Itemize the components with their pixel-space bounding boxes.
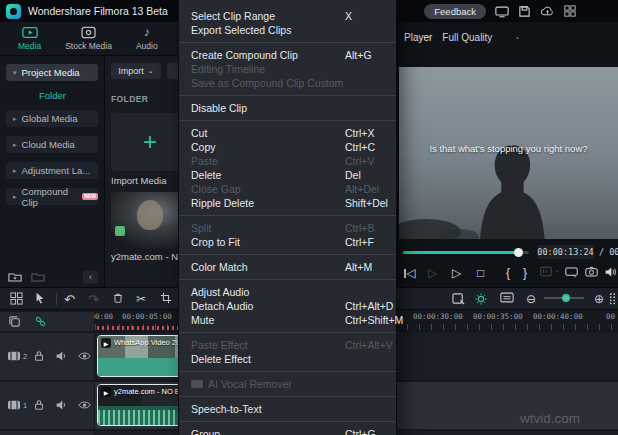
tab-stock-media[interactable]: Stock Media xyxy=(65,26,112,51)
seek-bar[interactable] xyxy=(403,251,529,254)
ruler-label: 00 xyxy=(606,312,615,321)
chevron-down-icon: ⌄ xyxy=(514,33,520,41)
play-reverse-button[interactable]: ▷ xyxy=(428,266,437,280)
previous-frame-button[interactable]: ◁ xyxy=(404,266,416,280)
menu-item-label: Delete Effect xyxy=(191,352,251,366)
menu-item-copy[interactable]: CopyCtrl+C xyxy=(179,140,396,154)
mute-track-icon[interactable] xyxy=(55,399,68,411)
menu-item-adjust-audio[interactable]: Adjust Audio xyxy=(179,285,396,299)
timeline-zoom-slider[interactable] xyxy=(544,297,584,299)
delete-trash-icon[interactable] xyxy=(112,292,124,304)
menu-item-cut[interactable]: CutCtrl+X xyxy=(179,126,396,140)
menu-item-select-clip-range[interactable]: Select Clip RangeX xyxy=(179,9,396,23)
lock-track-icon[interactable] xyxy=(33,399,45,411)
app-title: Wondershare Filmora 13 Beta xyxy=(28,5,168,17)
new-folder-icon[interactable] xyxy=(8,271,22,283)
sidebar-item-global-media[interactable]: ▸ Global Media xyxy=(6,110,98,127)
cloud-upload-icon[interactable] xyxy=(540,5,555,17)
display-mode-icon[interactable] xyxy=(495,5,509,18)
caret-right-icon: ▸ xyxy=(13,167,17,175)
menu-item-close-gap[interactable]: Close GapAlt+Del xyxy=(179,182,396,196)
play-button[interactable]: ▷ xyxy=(452,266,461,280)
menu-item-ai-vocal-remover[interactable]: AI Vocal Remover xyxy=(179,377,396,391)
stock-media-icon xyxy=(81,26,96,39)
feedback-button[interactable]: Feedback xyxy=(424,4,486,19)
menu-group: Create Compound ClipAlt+GEditing Timelin… xyxy=(179,42,396,95)
preview-panel: Player Full Quality ⌄ Is that what's sto… xyxy=(397,22,618,287)
sidebar-item-label: Cloud Media xyxy=(22,139,75,150)
seek-knob[interactable] xyxy=(514,248,523,257)
menu-item-split[interactable]: SplitCtrl+B xyxy=(179,221,396,235)
select-cursor-icon[interactable] xyxy=(34,292,46,304)
quality-selector[interactable]: Full Quality ⌄ xyxy=(442,32,520,43)
menu-item-group[interactable]: GroupCtrl+G xyxy=(179,427,396,435)
menu-item-delete[interactable]: DeleteDel xyxy=(179,168,396,182)
stop-button[interactable]: □ xyxy=(477,266,484,280)
split-scissors-icon[interactable]: ✂ xyxy=(136,292,146,306)
player-label: Player xyxy=(404,32,432,43)
tab-audio[interactable]: ♪ Audio xyxy=(136,26,158,51)
menu-item-disable-clip[interactable]: Disable Clip xyxy=(179,101,396,115)
mark-in-button[interactable]: { xyxy=(506,266,510,280)
hide-track-eye-icon[interactable] xyxy=(78,351,91,361)
menu-item-create-compound-clip[interactable]: Create Compound ClipAlt+G xyxy=(179,48,396,62)
menu-item-mute[interactable]: MuteCtrl+Shift+M xyxy=(179,313,396,327)
mute-track-icon[interactable] xyxy=(55,350,68,362)
redo-icon[interactable]: ↷ xyxy=(88,292,99,307)
link-clips-icon[interactable] xyxy=(34,315,47,328)
sidebar-item-project-media[interactable]: ▾ Project Media xyxy=(6,64,98,81)
menu-item-speech-to-text[interactable]: Speech-to-Text xyxy=(179,402,396,416)
menu-item-paste-effect[interactable]: Paste EffectCtrl+Alt+V xyxy=(179,338,396,352)
volume-speaker-icon[interactable] xyxy=(604,266,617,278)
delete-folder-icon[interactable] xyxy=(31,271,45,283)
hide-track-eye-icon[interactable] xyxy=(78,400,91,410)
undo-icon[interactable]: ↶ xyxy=(64,292,75,307)
menu-item-save-as-compound-clip-custom[interactable]: Save as Compound Clip Custom xyxy=(179,76,396,90)
sidebar-item-cloud-media[interactable]: ▸ Cloud Media xyxy=(6,136,98,153)
track-height-icon[interactable] xyxy=(500,292,514,303)
menu-item-crop-to-fit[interactable]: Crop to FitCtrl+F xyxy=(179,235,396,249)
menu-item-label: Color Match xyxy=(191,260,248,274)
full-screen-display-icon[interactable] xyxy=(565,266,578,278)
menu-item-label: Editing Timeline xyxy=(191,62,265,76)
folder-section-label: Folder xyxy=(0,90,105,101)
menu-item-color-match[interactable]: Color MatchAlt+M xyxy=(179,260,396,274)
crop-icon[interactable] xyxy=(160,292,172,304)
zoom-in-icon[interactable]: ⊕ xyxy=(594,292,604,306)
menu-item-detach-audio[interactable]: Detach AudioCtrl+Alt+D xyxy=(179,299,396,313)
menu-item-editing-timeline[interactable]: Editing Timeline xyxy=(179,62,396,76)
import-button[interactable]: Import ⌄ xyxy=(111,63,161,79)
media-library-grid-icon[interactable] xyxy=(10,292,23,305)
duplicate-icon[interactable] xyxy=(8,315,21,328)
menu-item-delete-effect[interactable]: Delete Effect xyxy=(179,352,396,366)
render-preview-icon[interactable] xyxy=(452,292,465,305)
menu-group: AI Vocal Remover xyxy=(179,371,396,396)
ruler-label: 00:00:30:00 xyxy=(413,312,463,321)
track-header-tools xyxy=(0,312,94,331)
collapse-panel-button[interactable]: ‹ xyxy=(83,271,98,284)
menu-item-ripple-delete[interactable]: Ripple DeleteShift+Del xyxy=(179,196,396,210)
chevron-down-icon[interactable]: ⌄ xyxy=(554,266,560,274)
save-project-icon[interactable] xyxy=(518,5,531,18)
ai-magic-icon[interactable] xyxy=(474,292,488,306)
zoom-out-icon[interactable]: ⊖ xyxy=(526,292,536,306)
menu-item-export-selected-clips[interactable]: Export Selected Clips xyxy=(179,23,396,37)
lock-track-icon[interactable] xyxy=(33,350,45,362)
snapshot-camera-icon[interactable] xyxy=(585,266,598,277)
import-media-label: Import Media xyxy=(111,175,166,186)
menu-item-shortcut: Ctrl+F xyxy=(345,235,374,249)
sidebar-item-adjustment-layer[interactable]: ▸ Adjustment La... xyxy=(6,162,98,179)
keyframe-grid-icon[interactable] xyxy=(609,292,616,305)
current-timecode[interactable]: 00:00:13:24 xyxy=(537,245,594,259)
ruler-label: 00:00:35:00 xyxy=(473,312,523,321)
menu-item-paste[interactable]: PasteCtrl+V xyxy=(179,154,396,168)
edit-point-icon[interactable] xyxy=(540,266,552,277)
menu-item-label: Close Gap xyxy=(191,182,241,196)
workspace-layout-icon[interactable] xyxy=(564,5,576,17)
menu-item-label: Crop to Fit xyxy=(191,235,240,249)
sidebar-item-compound-clip[interactable]: ▸ Compound Clip NEW xyxy=(6,188,98,205)
zoom-slider-knob[interactable] xyxy=(562,294,570,302)
tab-media[interactable]: Media xyxy=(18,26,41,51)
mark-out-button[interactable]: } xyxy=(523,266,527,280)
menu-item-label: AI Vocal Remover xyxy=(208,377,292,391)
